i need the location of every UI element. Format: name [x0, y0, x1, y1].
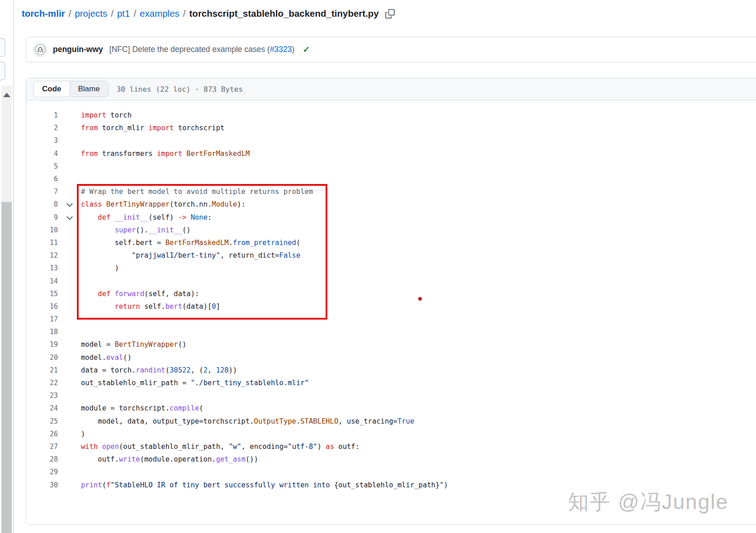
code-text: "prajjwal1/bert-tiny", return_dict=False — [81, 251, 300, 259]
line-number[interactable]: 28 — [26, 455, 58, 463]
code-line: 8class BertTinyWrapper(torch.nn.Module): — [26, 198, 756, 211]
fold-cell — [58, 215, 81, 220]
annotation-red-dot — [418, 297, 422, 301]
breadcrumb-separator: / — [183, 8, 186, 19]
code-line: 7# Wrap the bert model to avoid multiple… — [26, 185, 756, 198]
scroll-up-arrow-icon[interactable] — [3, 93, 10, 97]
line-number[interactable]: 20 — [26, 354, 58, 362]
code-text: # Wrap the bert model to avoid multiple … — [81, 188, 313, 196]
tab-code[interactable]: Code — [34, 81, 70, 97]
code-lines: 1import torch2from torch_mlir import tor… — [26, 100, 756, 491]
code-text: with open(out_stablehlo_mlir_path, "w", … — [81, 443, 359, 451]
code-text: model, data, output_type=torchscript.Out… — [81, 417, 414, 425]
code-line: 18 — [26, 325, 756, 338]
breadcrumb-link-pt1[interactable]: pt1 — [117, 8, 130, 19]
line-number[interactable]: 17 — [26, 315, 58, 323]
line-number[interactable]: 18 — [26, 328, 58, 336]
line-number[interactable]: 10 — [26, 226, 58, 234]
chevron-down-icon[interactable] — [66, 201, 72, 207]
code-line: 21data = torch.randint(30522, (2, 128)) — [26, 364, 756, 377]
code-text: outf.write(module.operation.get_asm()) — [81, 455, 258, 463]
code-line: 27with open(out_stablehlo_mlir_path, "w"… — [26, 440, 756, 453]
code-line: 10 super().__init__() — [26, 224, 756, 236]
left-scrollbar-thumb[interactable] — [1, 202, 12, 533]
line-number[interactable]: 4 — [26, 150, 58, 158]
code-line: 20model.eval() — [26, 351, 756, 364]
code-line: 17 — [26, 313, 756, 325]
breadcrumb-link-examples[interactable]: examples — [140, 8, 180, 19]
code-line: 16 return self.bert(data)[0] — [26, 300, 756, 313]
code-line: 4from transformers import BertForMaskedL… — [26, 147, 756, 160]
code-text: class BertTinyWrapper(torch.nn.Module): — [81, 200, 246, 208]
commit-author[interactable]: penguin-wwy — [53, 45, 103, 54]
code-text: def forward(self, data): — [81, 290, 199, 298]
line-number[interactable]: 12 — [26, 251, 58, 259]
code-line: 13 ) — [26, 262, 756, 274]
code-text: def __init__(self) -> None: — [81, 213, 212, 222]
fold-cell — [58, 202, 81, 207]
line-number[interactable]: 26 — [26, 430, 58, 438]
line-number[interactable]: 5 — [26, 162, 58, 170]
code-text: out_stablehlo_mlir_path = "./bert_tiny_s… — [81, 379, 309, 387]
code-text: super().__init__() — [81, 226, 191, 234]
breadcrumb-separator: / — [111, 8, 113, 19]
line-number[interactable]: 8 — [26, 200, 58, 208]
copy-path-icon[interactable] — [385, 9, 395, 19]
code-line: 29 — [26, 466, 756, 478]
code-text: data = torch.randint(30522, (2, 128)) — [81, 366, 237, 374]
line-number[interactable]: 7 — [26, 188, 58, 196]
avatar[interactable] — [33, 43, 47, 57]
line-number[interactable]: 29 — [26, 468, 58, 476]
line-number[interactable]: 9 — [26, 213, 58, 222]
breadcrumb-link-projects[interactable]: projects — [75, 8, 107, 19]
line-number[interactable]: 22 — [26, 379, 58, 387]
line-number[interactable]: 11 — [26, 239, 58, 247]
code-line: 23 — [26, 389, 756, 402]
line-number[interactable]: 15 — [26, 290, 58, 298]
line-number[interactable]: 27 — [26, 443, 58, 451]
pr-link[interactable]: #3323 — [270, 45, 292, 54]
code-line: 19model = BertTinyWrapper() — [26, 338, 756, 351]
breadcrumb-separator: / — [69, 8, 71, 19]
line-number[interactable]: 30 — [26, 481, 58, 489]
code-line: 28 outf.write(module.operation.get_asm()… — [26, 453, 756, 466]
code-line: 25 model, data, output_type=torchscript.… — [26, 415, 756, 428]
file-meta-info: 30 lines (22 loc) · 873 Bytes — [117, 85, 243, 94]
file-toolbar: Code Blame 30 lines (22 loc) · 873 Bytes — [26, 78, 756, 100]
code-blame-switch: Code Blame — [33, 81, 109, 97]
code-text: module = torchscript.compile( — [81, 404, 203, 412]
latest-commit-bar: penguin-wwy [NFC] Delete the deprecated … — [26, 37, 756, 62]
line-number[interactable]: 16 — [26, 302, 58, 311]
line-number[interactable]: 14 — [26, 277, 58, 285]
line-number[interactable]: 1 — [26, 111, 58, 119]
code-line: 1import torch — [26, 109, 756, 122]
line-number[interactable]: 25 — [26, 417, 58, 425]
line-number[interactable]: 19 — [26, 340, 58, 349]
line-number[interactable]: 13 — [26, 264, 58, 272]
breadcrumb-link-torch-mlir[interactable]: torch-mlir — [22, 8, 65, 19]
code-text: model = BertTinyWrapper() — [81, 340, 186, 349]
line-number[interactable]: 6 — [26, 175, 58, 183]
line-number[interactable]: 24 — [26, 404, 58, 412]
line-number[interactable]: 21 — [26, 366, 58, 374]
line-number[interactable]: 2 — [26, 124, 58, 132]
code-text: ) — [81, 264, 119, 272]
code-text: from transformers import BertForMaskedLM — [81, 150, 250, 158]
breadcrumb-filename: torchscript_stablehlo_backend_tinybert.p… — [189, 8, 379, 19]
watermark: 知乎 @冯Jungle — [568, 488, 728, 516]
chevron-down-icon[interactable] — [66, 213, 72, 220]
code-text: model.eval() — [81, 354, 132, 362]
file-content-panel: Code Blame 30 lines (22 loc) · 873 Bytes… — [26, 78, 756, 525]
line-number[interactable]: 23 — [26, 391, 58, 400]
code-line: 26) — [26, 428, 756, 440]
code-text: self.bert = BertForMaskedLM.from_pretrai… — [81, 239, 300, 247]
code-text: from torch_mlir import torchscript — [81, 124, 224, 132]
tab-blame[interactable]: Blame — [70, 81, 108, 97]
breadcrumb: torch-mlir/projects/pt1/examples/torchsc… — [22, 8, 395, 19]
code-line: 5 — [26, 160, 756, 173]
sidebar-fragment — [0, 38, 5, 57]
check-status-icon[interactable]: ✓ — [302, 44, 310, 55]
sidebar-fragment — [0, 61, 5, 80]
line-number[interactable]: 3 — [26, 137, 58, 145]
code-line: 12 "prajjwal1/bert-tiny", return_dict=Fa… — [26, 249, 756, 262]
